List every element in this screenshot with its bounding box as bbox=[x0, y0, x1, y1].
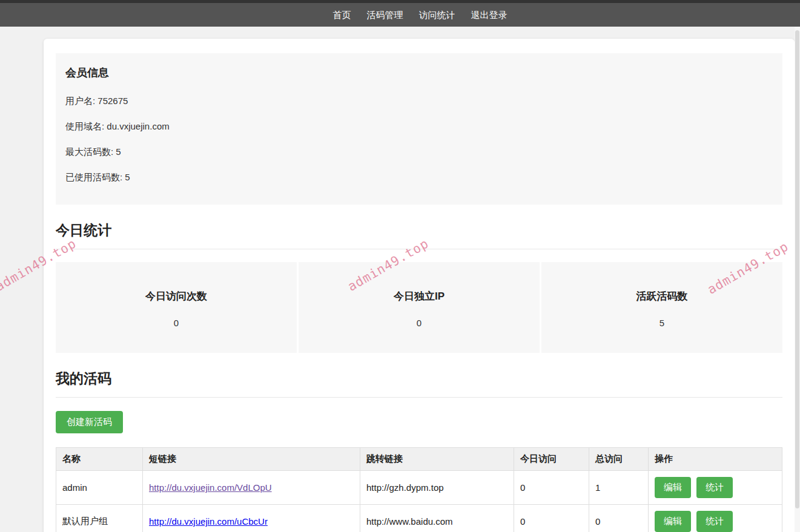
stats-button[interactable]: 统计 bbox=[696, 477, 733, 498]
nav-item-logout[interactable]: 退出登录 bbox=[471, 3, 507, 27]
table-header-row: 名称 短链接 跳转链接 今日访问 总访问 操作 bbox=[56, 448, 782, 471]
member-used-codes: 已使用活码数: 5 bbox=[65, 172, 773, 183]
nav-item-live-codes[interactable]: 活码管理 bbox=[367, 3, 403, 27]
create-code-button[interactable]: 创建新活码 bbox=[56, 411, 123, 433]
col-header-today-visits: 今日访问 bbox=[514, 448, 589, 471]
stat-label: 今日独立IP bbox=[299, 289, 540, 303]
member-max-codes: 最大活码数: 5 bbox=[65, 146, 773, 158]
table-row: admin http://du.vxjuejin.com/VdLOpU http… bbox=[56, 471, 782, 505]
col-header-target-link: 跳转链接 bbox=[360, 448, 514, 471]
stat-label: 活跃活码数 bbox=[541, 289, 782, 303]
table-row: 默认用户组 http://du.vxjuejin.com/uCbcUr http… bbox=[56, 505, 782, 532]
cell-target-link: http://gzh.dypm.top bbox=[360, 471, 514, 505]
nav-item-visit-stats[interactable]: 访问统计 bbox=[419, 3, 455, 27]
col-header-total-visits: 总访问 bbox=[589, 448, 649, 471]
stat-card-today-visits: 今日访问次数 0 bbox=[56, 262, 297, 353]
stat-value: 0 bbox=[56, 318, 297, 328]
edit-button[interactable]: 编辑 bbox=[655, 511, 691, 532]
member-info-title: 会员信息 bbox=[65, 65, 773, 80]
top-navbar: 首页 活码管理 访问统计 退出登录 bbox=[0, 0, 800, 27]
stat-label: 今日访问次数 bbox=[56, 289, 297, 303]
stats-row: 今日访问次数 0 今日独立IP 0 活跃活码数 5 bbox=[56, 262, 782, 353]
stat-value: 0 bbox=[299, 318, 540, 328]
member-info-panel: 会员信息 用户名: 752675 使用域名: du.vxjuejin.com 最… bbox=[56, 53, 782, 205]
short-link[interactable]: http://du.vxjuejin.com/uCbcUr bbox=[149, 516, 268, 527]
my-codes-title: 我的活码 bbox=[56, 369, 782, 398]
short-link[interactable]: http://du.vxjuejin.com/VdLOpU bbox=[149, 482, 272, 493]
cell-total-visits: 0 bbox=[589, 505, 649, 532]
nav-item-home[interactable]: 首页 bbox=[333, 3, 351, 27]
cell-name: 默认用户组 bbox=[56, 505, 143, 532]
codes-table: 名称 短链接 跳转链接 今日访问 总访问 操作 admin http://du.… bbox=[56, 447, 782, 532]
cell-name: admin bbox=[56, 471, 143, 505]
cell-today-visits: 0 bbox=[514, 471, 589, 505]
stat-card-today-unique-ip: 今日独立IP 0 bbox=[299, 262, 540, 353]
member-username: 用户名: 752675 bbox=[65, 96, 773, 107]
today-stats-title: 今日统计 bbox=[56, 221, 782, 249]
col-header-short-link: 短链接 bbox=[143, 448, 360, 471]
stat-value: 5 bbox=[541, 318, 782, 328]
stat-card-active-codes: 活跃活码数 5 bbox=[541, 262, 782, 353]
member-domain: 使用域名: du.vxjuejin.com bbox=[65, 121, 773, 133]
cell-total-visits: 1 bbox=[589, 471, 649, 505]
cell-target-link: http://www.baidu.com bbox=[360, 505, 514, 532]
col-header-actions: 操作 bbox=[649, 448, 782, 471]
col-header-name: 名称 bbox=[56, 448, 143, 471]
stats-button[interactable]: 统计 bbox=[696, 511, 733, 532]
main-content-card: 会员信息 用户名: 752675 使用域名: du.vxjuejin.com 最… bbox=[44, 39, 795, 532]
scrollbar[interactable] bbox=[795, 27, 800, 532]
edit-button[interactable]: 编辑 bbox=[655, 477, 691, 498]
scrollbar-thumb[interactable] bbox=[795, 30, 799, 508]
cell-today-visits: 0 bbox=[514, 505, 589, 532]
